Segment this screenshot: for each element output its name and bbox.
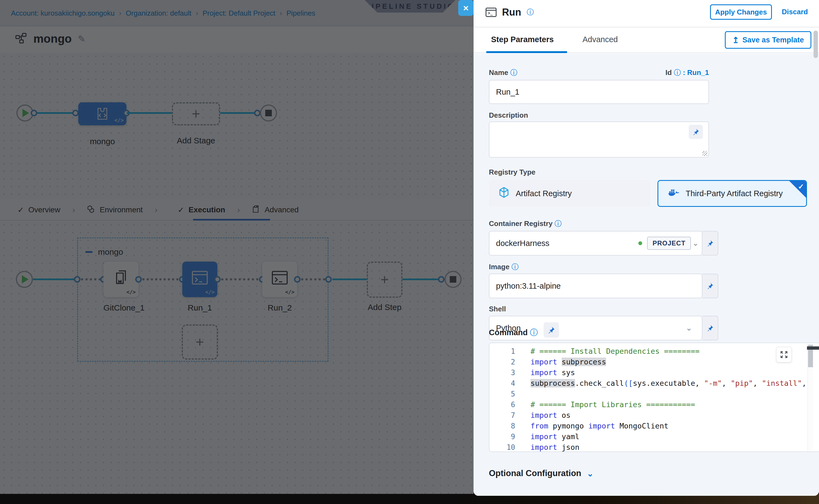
name-label: Name ⓘ [489, 68, 517, 77]
code-line: 10import json [490, 442, 819, 452]
code-line: 1# ====== Install Dependencies ======== [490, 346, 819, 357]
code-line: 8from pymongo import MongoClient [490, 421, 819, 431]
description-textarea[interactable] [489, 121, 709, 158]
code-line: 6# ====== Import Libraries =========== [490, 399, 819, 410]
info-icon[interactable]: ⓘ [555, 219, 562, 228]
name-input[interactable]: Run_1 [489, 80, 709, 104]
code-line: 9import yaml [490, 431, 819, 442]
active-tab-underline [486, 51, 567, 53]
expand-editor-button[interactable] [776, 347, 792, 362]
registry-option-third-party[interactable]: Third-Party Artifact Registry ✓ [658, 180, 807, 207]
container-registry-input[interactable]: dockerHarness PROJECT ⌄ [489, 231, 702, 256]
command-code-editor[interactable]: 1# ====== Install Dependencies ========2… [489, 343, 819, 452]
image-label: Image ⓘ [489, 262, 519, 272]
command-label: Command ⓘ [489, 327, 538, 338]
connectivity-status-dot [638, 241, 642, 245]
image-input[interactable]: python:3.11-alpine [489, 274, 702, 298]
id-value: Run_1 [687, 68, 709, 77]
resize-handle[interactable] [702, 151, 707, 156]
drawer-title: Run ⓘ [502, 7, 534, 18]
modal-dim-overlay[interactable] [0, 0, 474, 494]
registry-type-label: Registry Type [489, 168, 536, 176]
step-parameters-panel: Name ⓘ Id ⓘ : Run_1 Run_1 Description Re… [474, 54, 819, 496]
selected-check-corner: ✓ [789, 181, 806, 198]
code-line: 4subprocess.check_call([sys.executable, … [490, 378, 819, 389]
drawer-scrollbar-thumb[interactable] [814, 31, 818, 58]
save-as-template-button[interactable]: ↥ Save as Template [725, 31, 811, 49]
info-icon[interactable]: ⓘ [510, 68, 517, 77]
shell-label: Shell [489, 305, 506, 313]
apply-changes-button[interactable]: Apply Changes [710, 4, 772, 20]
chevron-down-icon[interactable]: ⌄ [693, 239, 699, 248]
chevron-down-icon: ⌄ [587, 469, 594, 478]
registry-option-artifact[interactable]: Artifact Registry [489, 180, 650, 207]
code-line: 2import subprocess [490, 357, 819, 367]
pin-runtime-input-button[interactable] [544, 322, 559, 338]
pin-runtime-input-button[interactable] [702, 231, 718, 256]
run-step-icon [486, 8, 497, 17]
step-config-drawer: Run ⓘ Apply Changes Discard Step Paramet… [474, 0, 819, 496]
editor-overview-mark [807, 346, 819, 350]
info-icon[interactable]: ⓘ [674, 68, 681, 77]
pin-runtime-input-button[interactable] [702, 274, 718, 298]
optional-configuration-toggle[interactable]: Optional Configuration ⌄ [489, 468, 594, 478]
code-line: 7import os [490, 410, 819, 421]
tab-step-parameters[interactable]: Step Parameters [491, 35, 554, 44]
tab-advanced[interactable]: Advanced [583, 35, 618, 44]
pipeline-studio-page: Account: kurosakiichigo.songoku › Organi… [0, 0, 819, 504]
discard-button[interactable]: Discard [782, 8, 808, 16]
info-icon[interactable]: ⓘ [527, 8, 534, 16]
chevron-down-icon[interactable]: ⌄ [686, 324, 692, 332]
pin-runtime-input-button[interactable] [702, 316, 718, 340]
code-line: 5 [490, 389, 819, 399]
drawer-tabs: Step Parameters Advanced ↥ Save as Templ… [474, 28, 819, 53]
description-label: Description [489, 111, 528, 120]
docker-icon [668, 188, 679, 199]
drawer-header: Run ⓘ Apply Changes Discard [474, 0, 819, 27]
artifact-registry-icon [499, 187, 509, 200]
upload-icon: ↥ [732, 35, 739, 45]
code-line: 3import sys [490, 367, 819, 378]
id-display: Id ⓘ : Run_1 [619, 68, 709, 77]
info-icon[interactable]: ⓘ [530, 328, 538, 337]
code-lines: 1# ====== Install Dependencies ========2… [490, 343, 819, 452]
scope-badge: PROJECT [647, 237, 691, 250]
container-registry-label: Container Registry ⓘ [489, 219, 562, 228]
pin-runtime-input-button[interactable] [689, 125, 703, 139]
close-drawer-button[interactable]: × [458, 0, 474, 16]
info-icon[interactable]: ⓘ [511, 263, 519, 271]
